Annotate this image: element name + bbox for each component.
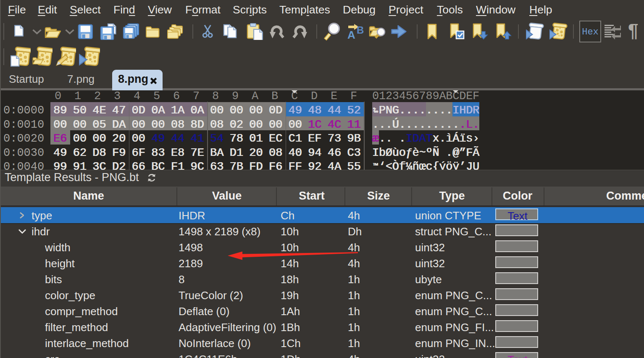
svg-text:A: A [347,29,355,40]
svg-text:B: B [357,24,364,36]
